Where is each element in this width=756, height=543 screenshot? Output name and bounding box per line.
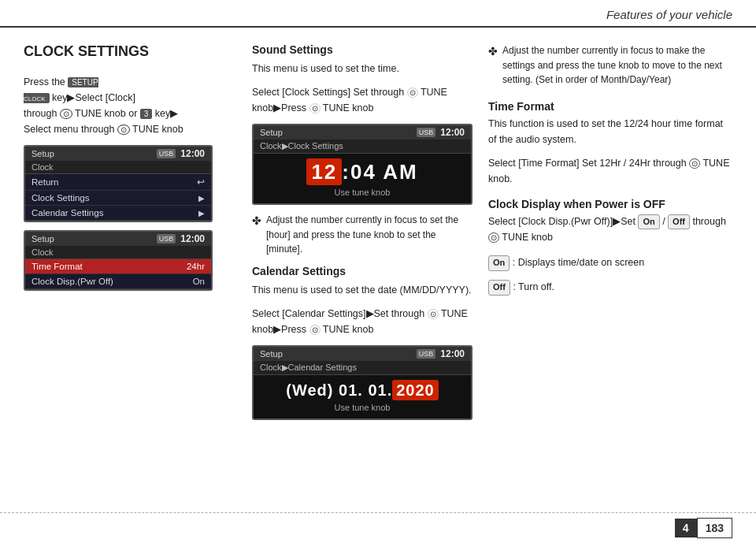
setup-key-badge: SETUPCLOCK: [24, 77, 98, 103]
mid-column: Sound Settings This menu is used to set …: [252, 43, 472, 496]
screen1-row-clocksettings: Clock Settings ▶: [25, 191, 211, 206]
screen1-row-return: Return ↩: [25, 174, 211, 191]
off-badge-desc: Off: [488, 280, 510, 296]
screen1-header: Setup USB 12:00: [25, 147, 211, 161]
tune-knob-mid3: ⊙: [428, 309, 439, 319]
screen4-body: (Wed) 01. 01.2020 Use tune knob: [254, 375, 471, 418]
screen1-time: 12:00: [180, 148, 205, 159]
clock-disp-label: Clock Disp.(Pwr Off): [32, 277, 113, 286]
screen-mockup-1: Setup USB 12:00 Clock Return ↩ Clock Set…: [24, 145, 213, 222]
screen2-header: Setup USB 12:00: [25, 232, 211, 246]
page-header: Features of your vehicle: [0, 0, 756, 28]
on-badge: On: [638, 214, 659, 230]
screen2-time: 12:00: [180, 233, 205, 244]
date-prefix: (Wed) 01. 01.: [286, 381, 392, 399]
screen3-right: USB 12:00: [417, 127, 465, 138]
screen1-row-calendar: Calendar Settings ▶: [25, 206, 211, 221]
left-column: CLOCK SETTINGS Press the SETUPCLOCK key▶…: [24, 43, 236, 496]
clock-settings-arrow: ▶: [198, 194, 205, 203]
screen2-usb: USB: [157, 234, 176, 244]
screen3-time: 12:00: [440, 127, 465, 138]
sound-settings-body: This menu is used to set the time.: [252, 61, 472, 76]
screen4-right: USB 12:00: [417, 348, 465, 359]
screen1-setup-label: Setup: [32, 149, 54, 158]
tune-knob-icon2: ⊙: [117, 125, 130, 135]
screen4-date-display: (Wed) 01. 01.2020: [260, 381, 465, 400]
footer-num-right: 183: [697, 518, 732, 538]
time-format-instruction: Select [Time Format] Set 12Hr / 24Hr thr…: [488, 155, 732, 187]
screen4-time: 12:00: [440, 348, 465, 359]
screen3-setup-label: Setup: [260, 128, 283, 137]
screen1-usb: USB: [157, 149, 176, 158]
return-icon: ↩: [197, 177, 205, 188]
page-footer: 4 183: [0, 512, 756, 543]
screen2-right: USB 12:00: [157, 233, 205, 244]
dagger-icon-1: ✤: [252, 213, 261, 257]
on-badge-desc: On: [488, 255, 510, 271]
screen-mockup-3: Setup USB 12:00 Clock▶Clock Settings 12:…: [252, 124, 472, 205]
clock-settings-title: CLOCK SETTINGS: [24, 43, 236, 60]
time-format-title: Time Format: [488, 100, 732, 113]
screen3-time-display: 12:04 AM: [260, 160, 465, 184]
clock-disp-instruction: Select [Clock Disp.(Pwr Off)]▶Set On / O…: [488, 214, 732, 246]
calendar-settings-title: Calendar Settings: [252, 265, 472, 277]
time-separator: :04 AM: [342, 160, 417, 184]
screen4-setup-label: Setup: [260, 349, 283, 359]
clock-settings-label: Clock Settings: [32, 193, 90, 203]
tune-knob-right2: ⊙: [488, 232, 499, 243]
time-format-value: 24hr: [187, 262, 205, 271]
screen2-setup-label: Setup: [32, 234, 54, 244]
screen2-row-clockdisp: Clock Disp.(Pwr Off) On: [25, 274, 211, 289]
tune-knob-mid4: ⊙: [309, 325, 321, 335]
screen1-right: USB 12:00: [157, 148, 205, 159]
screen-mockup-2: Setup USB 12:00 Clock Time Format 24hr C…: [24, 230, 213, 291]
screen4-breadcrumb: Clock▶Calendar Settings: [254, 361, 471, 375]
clock-disp-value: On: [193, 277, 205, 286]
time-format-body: This function is used to set the 12/24 h…: [488, 116, 732, 147]
screen3-body: 12:04 AM Use tune knob: [254, 154, 471, 203]
key3-badge: 3: [140, 109, 153, 119]
screen4-usb: USB: [417, 349, 436, 359]
tune-knob-icon1: ⊙: [60, 109, 72, 119]
screen4-sub-label: Use tune knob: [260, 403, 465, 412]
off-desc-row: Off : Turn off.: [488, 279, 732, 296]
page-number: 4 183: [675, 518, 732, 538]
screen2-breadcrumb: Clock: [25, 246, 211, 259]
return-label: Return: [32, 177, 59, 187]
off-desc-text: : Turn off.: [513, 281, 554, 292]
on-off-descriptions: On : Displays time/date on screen Off : …: [488, 255, 732, 295]
calendar-settings-instruction: Select [Calendar Settings]▶Set through ⊙…: [252, 306, 472, 337]
time-display-highlight: 12: [306, 158, 342, 185]
off-badge: Off: [668, 214, 690, 230]
main-content: CLOCK SETTINGS Press the SETUPCLOCK key▶…: [0, 28, 756, 504]
sound-settings-title: Sound Settings: [252, 43, 472, 56]
screen1-breadcrumb: Clock: [25, 161, 211, 174]
header-title: Features of your vehicle: [606, 8, 732, 21]
time-format-label: Time Format: [32, 262, 83, 271]
date-year-highlight: 2020: [392, 380, 439, 400]
screen3-breadcrumb: Clock▶Clock Settings: [254, 139, 471, 154]
footer-num-left: 4: [675, 519, 697, 537]
tune-knob-mid1: ⊙: [407, 87, 418, 98]
note-1-text: Adjust the number currently in focus to …: [266, 213, 472, 257]
calendar-settings-body: This menu is used to set the date (MM/DD…: [252, 282, 472, 298]
screen3-sub-label: Use tune knob: [260, 188, 465, 197]
note-2-text: Adjust the number currently in focus to …: [502, 43, 732, 87]
screen3-header: Setup USB 12:00: [254, 125, 471, 139]
sound-settings-instruction: Select [Clock Settings] Set through ⊙ TU…: [252, 84, 472, 116]
on-desc-text: : Displays time/date on screen: [513, 257, 644, 268]
note-block-1: ✤ Adjust the number currently in focus t…: [252, 213, 472, 257]
tune-knob-mid2: ⊙: [309, 103, 321, 113]
left-body-text: Press the SETUPCLOCK key▶Select [Clock] …: [24, 74, 236, 137]
calendar-settings-label: Calendar Settings: [32, 208, 103, 218]
screen4-header: Setup USB 12:00: [254, 347, 471, 361]
screen2-row-timeformat: Time Format 24hr: [25, 259, 211, 274]
note-block-2: ✤ Adjust the number currently in focus t…: [488, 43, 732, 87]
clock-disp-title: Clock Display when Power is OFF: [488, 198, 732, 210]
screen3-usb: USB: [417, 128, 436, 137]
screen-mockup-4: Setup USB 12:00 Clock▶Calendar Settings …: [252, 345, 472, 420]
on-desc-row: On : Displays time/date on screen: [488, 255, 732, 271]
calendar-settings-arrow: ▶: [198, 209, 205, 218]
clock-disp-section: Clock Display when Power is OFF Select […: [488, 198, 732, 246]
right-column: ✤ Adjust the number currently in focus t…: [488, 43, 732, 496]
